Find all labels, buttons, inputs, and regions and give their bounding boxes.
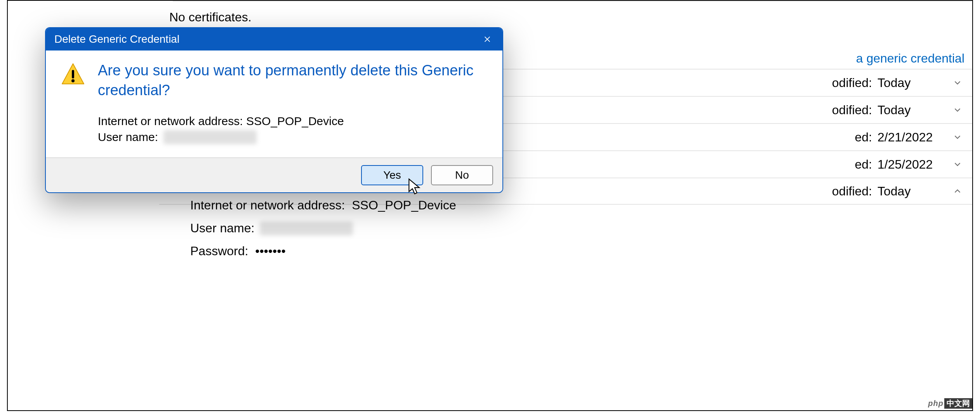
modified-label: ed: <box>855 130 872 145</box>
divider <box>173 1 972 2</box>
dialog-title: Delete Generic Credential <box>54 33 478 45</box>
close-button[interactable] <box>478 31 497 48</box>
watermark-a: php <box>927 399 944 408</box>
detail-address-label: Internet or network address: <box>190 198 345 212</box>
warning-icon <box>61 62 89 146</box>
credential-detail: Internet or network address: SSO_POP_Dev… <box>190 198 456 267</box>
svg-point-1 <box>71 79 75 82</box>
confirm-dialog: Delete Generic Credential Are you sure y… <box>45 27 503 193</box>
watermark: php 中文网 <box>927 398 972 409</box>
chevron-down-icon[interactable] <box>950 132 964 142</box>
detail-username-label: User name: <box>190 221 254 235</box>
detail-password-value: ••••••• <box>255 244 285 258</box>
dialog-titlebar: Delete Generic Credential <box>46 28 502 51</box>
yes-button[interactable]: Yes <box>361 165 423 185</box>
modified-value: Today <box>877 103 936 117</box>
chevron-up-icon[interactable] <box>950 186 964 196</box>
no-button[interactable]: No <box>431 165 493 185</box>
no-certificates-text: No certificates. <box>169 10 252 24</box>
svg-rect-0 <box>72 70 74 78</box>
modified-label: ed: <box>855 157 872 172</box>
dialog-instruction: Are you sure you want to permanently del… <box>98 61 488 101</box>
modified-value: Today <box>877 76 936 90</box>
chevron-down-icon[interactable] <box>950 159 964 169</box>
dialog-username-label: User name: <box>98 131 158 144</box>
modified-value: 1/25/2022 <box>877 157 936 172</box>
close-icon <box>483 35 492 44</box>
detail-address-value: SSO_POP_Device <box>352 198 456 212</box>
redacted-username <box>260 221 353 235</box>
detail-password-label: Password: <box>190 244 248 258</box>
add-generic-credential-link[interactable]: a generic credential <box>856 51 964 66</box>
dialog-address-value: SSO_POP_Device <box>246 115 344 128</box>
watermark-b: 中文网 <box>944 398 972 409</box>
modified-label: odified: <box>832 103 872 117</box>
dialog-footer: Yes No <box>46 157 502 192</box>
chevron-down-icon[interactable] <box>950 78 964 88</box>
modified-value: Today <box>877 184 936 199</box>
modified-label: odified: <box>832 76 872 90</box>
chevron-down-icon[interactable] <box>950 105 964 115</box>
redacted-username <box>163 130 257 144</box>
modified-label: odified: <box>832 184 872 199</box>
modified-value: 2/21/2022 <box>877 130 936 145</box>
dialog-address-label: Internet or network address: <box>98 115 243 128</box>
